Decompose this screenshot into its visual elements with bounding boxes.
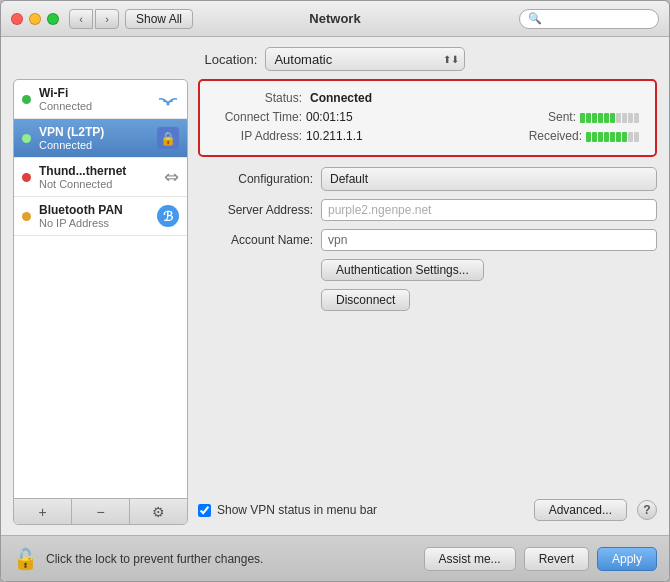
item-name-vpn: VPN (L2TP) [39,125,149,139]
remove-network-button[interactable]: − [72,499,130,524]
traffic-lights [11,13,59,25]
item-status-vpn: Connected [39,139,149,151]
status-value: Connected [310,89,372,108]
status-row: Status: Connected [212,89,643,108]
account-row: Account Name: [198,229,657,251]
advanced-button[interactable]: Advanced... [534,499,627,521]
configuration-select-wrapper: Default [321,167,657,191]
assist-button[interactable]: Assist me... [424,547,516,571]
show-all-button[interactable]: Show All [125,9,193,29]
bottom-area: Show VPN status in menu bar Advanced... … [198,491,657,525]
received-bars [586,132,639,142]
recv-bar-5 [610,132,615,142]
recv-bar-8 [628,132,633,142]
status-dot-wifi [22,95,31,104]
form-section: Configuration: Default Server Address: A… [198,167,657,311]
sent-bar-5 [604,113,609,123]
ip-value: 10.211.1.1 [306,127,363,146]
sidebar-item-thunderbolt[interactable]: Thund...thernet Not Connected ⇔ [14,158,187,197]
sent-bar-10 [634,113,639,123]
minimize-button[interactable] [29,13,41,25]
show-vpn-checkbox[interactable] [198,504,211,517]
padlock-icon[interactable]: 🔓 [13,547,38,571]
server-label: Server Address: [198,203,313,217]
sidebar-toolbar: + − ⚙ [14,498,187,524]
status-dot-vpn [22,134,31,143]
sidebar: Wi-Fi Connected [13,79,188,525]
item-name-bluetooth: Bluetooth PAN [39,203,149,217]
forward-button[interactable]: › [95,9,119,29]
apply-button[interactable]: Apply [597,547,657,571]
add-network-button[interactable]: + [14,499,72,524]
right-panel: Status: Connected Connect Time: 00:01:15… [198,79,657,525]
status-dot-thunderbolt [22,173,31,182]
ip-received-row: IP Address: 10.211.1.1 Received: [212,127,643,146]
sent-bar-8 [622,113,627,123]
titlebar: ‹ › Show All Network 🔍 [1,1,669,37]
bluetooth-icon: ℬ [157,205,179,227]
sent-label: Sent: [548,108,576,127]
item-status-wifi: Connected [39,100,149,112]
sidebar-item-vpn[interactable]: VPN (L2TP) Connected 🔒 [14,119,187,158]
action-buttons: Authentication Settings... Disconnect [321,259,657,311]
recv-bar-2 [592,132,597,142]
server-input[interactable] [321,199,657,221]
recv-bar-4 [604,132,609,142]
sent-bar-2 [586,113,591,123]
recv-bar-9 [634,132,639,142]
window-title: Network [309,11,360,26]
connect-time-value: 00:01:15 [306,108,353,127]
ethernet-icon: ⇔ [164,166,179,188]
configuration-label: Configuration: [198,172,313,186]
checkbox-row: Show VPN status in menu bar [198,503,377,517]
connect-sent-row: Connect Time: 00:01:15 Sent: [212,108,643,127]
sidebar-item-wifi[interactable]: Wi-Fi Connected [14,80,187,119]
location-label: Location: [205,52,258,67]
status-box: Status: Connected Connect Time: 00:01:15… [198,79,657,157]
sent-bar-7 [616,113,621,123]
revert-button[interactable]: Revert [524,547,589,571]
settings-button[interactable]: ⚙ [130,499,187,524]
recv-bar-6 [616,132,621,142]
lock-icon: 🔒 [157,127,179,149]
lock-text: Click the lock to prevent further change… [46,552,416,566]
configuration-row: Configuration: Default [198,167,657,191]
back-button[interactable]: ‹ [69,9,93,29]
sidebar-item-bluetooth[interactable]: Bluetooth PAN No IP Address ℬ [14,197,187,236]
recv-bar-3 [598,132,603,142]
status-dot-bluetooth [22,212,31,221]
checkbox-label: Show VPN status in menu bar [217,503,377,517]
wifi-icon [157,90,179,109]
network-window: ‹ › Show All Network 🔍 Location: Automat… [0,0,670,582]
ip-label: IP Address: [212,127,302,146]
search-input[interactable] [546,12,650,26]
account-label: Account Name: [198,233,313,247]
main-content: Wi-Fi Connected [1,79,669,535]
item-name-thunderbolt: Thund...thernet [39,164,156,178]
account-input[interactable] [321,229,657,251]
auth-settings-button[interactable]: Authentication Settings... [321,259,484,281]
sent-bar-1 [580,113,585,123]
recv-bar-1 [586,132,591,142]
server-row: Server Address: [198,199,657,221]
item-status-thunderbolt: Not Connected [39,178,156,190]
sent-bar-6 [610,113,615,123]
maximize-button[interactable] [47,13,59,25]
status-label: Status: [212,89,302,108]
connect-time-label: Connect Time: [212,108,302,127]
location-select[interactable]: Automatic Edit Locations... [265,47,465,71]
sent-bar-3 [592,113,597,123]
close-button[interactable] [11,13,23,25]
svg-point-0 [167,102,170,105]
item-name-wifi: Wi-Fi [39,86,149,100]
nav-buttons: ‹ › [69,9,119,29]
search-icon: 🔍 [528,12,542,25]
help-button[interactable]: ? [637,500,657,520]
recv-bar-7 [622,132,627,142]
search-box[interactable]: 🔍 [519,9,659,29]
footer: 🔓 Click the lock to prevent further chan… [1,535,669,581]
configuration-select[interactable]: Default [321,167,657,191]
sent-bar-9 [628,113,633,123]
disconnect-button[interactable]: Disconnect [321,289,410,311]
received-label: Received: [529,127,582,146]
